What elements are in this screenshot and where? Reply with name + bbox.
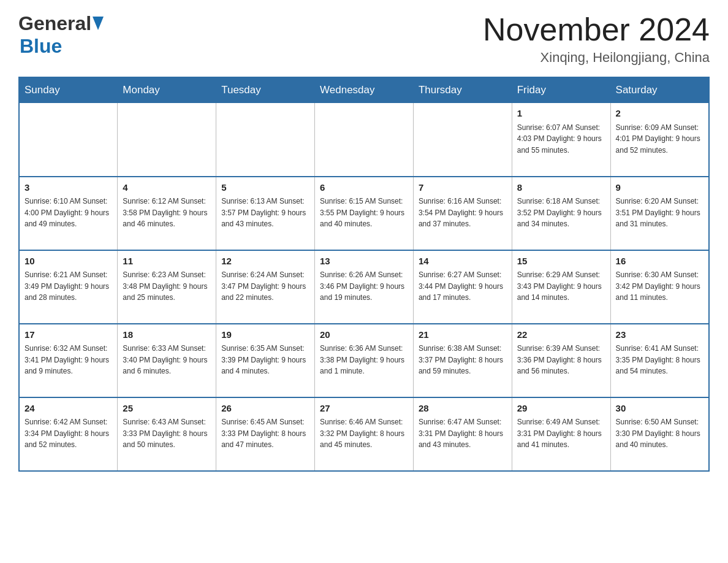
calendar-cell: 14Sunrise: 6:27 AM Sunset: 3:44 PM Dayli… (413, 250, 512, 324)
calendar-cell: 21Sunrise: 6:38 AM Sunset: 3:37 PM Dayli… (413, 324, 512, 397)
day-number: 19 (221, 328, 309, 342)
calendar-cell: 30Sunrise: 6:50 AM Sunset: 3:30 PM Dayli… (610, 397, 709, 471)
logo-blue-row: Blue (18, 35, 62, 58)
day-info: Sunrise: 6:30 AM Sunset: 3:42 PM Dayligh… (616, 269, 703, 304)
calendar-cell: 12Sunrise: 6:24 AM Sunset: 3:47 PM Dayli… (216, 250, 315, 324)
calendar-cell: 16Sunrise: 6:30 AM Sunset: 3:42 PM Dayli… (610, 250, 709, 324)
day-info: Sunrise: 6:38 AM Sunset: 3:37 PM Dayligh… (419, 343, 507, 377)
calendar-week-row: 1Sunrise: 6:07 AM Sunset: 4:03 PM Daylig… (19, 103, 709, 177)
day-info: Sunrise: 6:49 AM Sunset: 3:31 PM Dayligh… (517, 416, 605, 451)
calendar-cell: 18Sunrise: 6:33 AM Sunset: 3:40 PM Dayli… (118, 324, 216, 397)
day-number: 17 (25, 328, 112, 342)
calendar-cell: 7Sunrise: 6:16 AM Sunset: 3:54 PM Daylig… (413, 177, 512, 250)
day-number: 7 (419, 181, 507, 195)
calendar-cell: 22Sunrise: 6:39 AM Sunset: 3:36 PM Dayli… (512, 324, 610, 397)
day-number: 10 (25, 255, 112, 269)
calendar-cell: 10Sunrise: 6:21 AM Sunset: 3:49 PM Dayli… (19, 250, 118, 324)
calendar-cell: 23Sunrise: 6:41 AM Sunset: 3:35 PM Dayli… (610, 324, 709, 397)
day-info: Sunrise: 6:27 AM Sunset: 3:44 PM Dayligh… (419, 269, 507, 304)
calendar-cell: 5Sunrise: 6:13 AM Sunset: 3:57 PM Daylig… (216, 177, 315, 250)
day-info: Sunrise: 6:15 AM Sunset: 3:55 PM Dayligh… (320, 196, 408, 230)
day-info: Sunrise: 6:10 AM Sunset: 4:00 PM Dayligh… (25, 196, 112, 230)
calendar-week-row: 17Sunrise: 6:32 AM Sunset: 3:41 PM Dayli… (19, 324, 709, 397)
day-info: Sunrise: 6:33 AM Sunset: 3:40 PM Dayligh… (123, 343, 211, 377)
col-header-monday: Monday (118, 77, 216, 103)
day-number: 26 (221, 402, 309, 416)
day-number: 23 (616, 328, 703, 342)
calendar-title: November 2024 (483, 12, 710, 47)
calendar-cell: 4Sunrise: 6:12 AM Sunset: 3:58 PM Daylig… (118, 177, 216, 250)
logo-general-text: General (18, 12, 91, 35)
day-number: 29 (517, 402, 605, 416)
day-number: 21 (419, 328, 507, 342)
calendar-cell: 6Sunrise: 6:15 AM Sunset: 3:55 PM Daylig… (315, 177, 414, 250)
day-number: 1 (517, 107, 605, 121)
col-header-friday: Friday (512, 77, 610, 103)
title-block: November 2024 Xinqing, Heilongjiang, Chi… (483, 12, 710, 66)
day-info: Sunrise: 6:47 AM Sunset: 3:31 PM Dayligh… (419, 416, 507, 451)
calendar-subtitle: Xinqing, Heilongjiang, China (483, 50, 710, 66)
calendar-cell: 26Sunrise: 6:45 AM Sunset: 3:33 PM Dayli… (216, 397, 315, 471)
calendar-cell: 8Sunrise: 6:18 AM Sunset: 3:52 PM Daylig… (512, 177, 610, 250)
calendar-week-row: 3Sunrise: 6:10 AM Sunset: 4:00 PM Daylig… (19, 177, 709, 250)
calendar-week-row: 24Sunrise: 6:42 AM Sunset: 3:34 PM Dayli… (19, 397, 709, 471)
day-number: 9 (616, 181, 703, 195)
calendar-cell: 19Sunrise: 6:35 AM Sunset: 3:39 PM Dayli… (216, 324, 315, 397)
day-number: 24 (25, 402, 112, 416)
day-info: Sunrise: 6:12 AM Sunset: 3:58 PM Dayligh… (123, 196, 211, 230)
day-info: Sunrise: 6:45 AM Sunset: 3:33 PM Dayligh… (221, 416, 309, 451)
day-number: 8 (517, 181, 605, 195)
calendar-cell: 28Sunrise: 6:47 AM Sunset: 3:31 PM Dayli… (413, 397, 512, 471)
day-info: Sunrise: 6:36 AM Sunset: 3:38 PM Dayligh… (320, 343, 408, 377)
calendar-cell: 1Sunrise: 6:07 AM Sunset: 4:03 PM Daylig… (512, 103, 610, 177)
day-number: 6 (320, 181, 408, 195)
calendar-cell (315, 103, 414, 177)
day-info: Sunrise: 6:35 AM Sunset: 3:39 PM Dayligh… (221, 343, 309, 377)
calendar-cell: 17Sunrise: 6:32 AM Sunset: 3:41 PM Dayli… (19, 324, 118, 397)
calendar-cell: 13Sunrise: 6:26 AM Sunset: 3:46 PM Dayli… (315, 250, 414, 324)
day-number: 20 (320, 328, 408, 342)
day-number: 11 (123, 255, 211, 269)
col-header-sunday: Sunday (19, 77, 118, 103)
page-header: General Blue November 2024 Xinqing, Heil… (18, 12, 710, 66)
logo-general-row: General (18, 12, 104, 35)
calendar-cell: 24Sunrise: 6:42 AM Sunset: 3:34 PM Dayli… (19, 397, 118, 471)
calendar-cell: 9Sunrise: 6:20 AM Sunset: 3:51 PM Daylig… (610, 177, 709, 250)
day-number: 15 (517, 255, 605, 269)
day-info: Sunrise: 6:16 AM Sunset: 3:54 PM Dayligh… (419, 196, 507, 230)
day-info: Sunrise: 6:41 AM Sunset: 3:35 PM Dayligh… (616, 343, 703, 377)
day-number: 16 (616, 255, 703, 269)
day-info: Sunrise: 6:43 AM Sunset: 3:33 PM Dayligh… (123, 416, 211, 451)
svg-marker-0 (93, 17, 104, 30)
calendar-cell (19, 103, 118, 177)
day-info: Sunrise: 6:39 AM Sunset: 3:36 PM Dayligh… (517, 343, 605, 377)
day-number: 27 (320, 402, 408, 416)
calendar-cell: 20Sunrise: 6:36 AM Sunset: 3:38 PM Dayli… (315, 324, 414, 397)
day-number: 28 (419, 402, 507, 416)
day-info: Sunrise: 6:20 AM Sunset: 3:51 PM Dayligh… (616, 196, 703, 230)
day-info: Sunrise: 6:42 AM Sunset: 3:34 PM Dayligh… (25, 416, 112, 451)
day-number: 2 (616, 107, 703, 121)
logo: General Blue (18, 12, 104, 58)
day-info: Sunrise: 6:13 AM Sunset: 3:57 PM Dayligh… (221, 196, 309, 230)
day-number: 13 (320, 255, 408, 269)
col-header-saturday: Saturday (610, 77, 709, 103)
day-number: 18 (123, 328, 211, 342)
day-number: 5 (221, 181, 309, 195)
day-info: Sunrise: 6:09 AM Sunset: 4:01 PM Dayligh… (616, 122, 703, 156)
calendar-cell (413, 103, 512, 177)
day-info: Sunrise: 6:32 AM Sunset: 3:41 PM Dayligh… (25, 343, 112, 377)
col-header-tuesday: Tuesday (216, 77, 315, 103)
day-info: Sunrise: 6:26 AM Sunset: 3:46 PM Dayligh… (320, 269, 408, 304)
day-info: Sunrise: 6:29 AM Sunset: 3:43 PM Dayligh… (517, 269, 605, 304)
day-info: Sunrise: 6:23 AM Sunset: 3:48 PM Dayligh… (123, 269, 211, 304)
day-number: 12 (221, 255, 309, 269)
day-info: Sunrise: 6:18 AM Sunset: 3:52 PM Dayligh… (517, 196, 605, 230)
day-number: 22 (517, 328, 605, 342)
calendar-cell: 3Sunrise: 6:10 AM Sunset: 4:00 PM Daylig… (19, 177, 118, 250)
day-number: 30 (616, 402, 703, 416)
day-info: Sunrise: 6:21 AM Sunset: 3:49 PM Dayligh… (25, 269, 112, 304)
calendar-cell: 15Sunrise: 6:29 AM Sunset: 3:43 PM Dayli… (512, 250, 610, 324)
day-number: 3 (25, 181, 112, 195)
calendar-cell (216, 103, 315, 177)
